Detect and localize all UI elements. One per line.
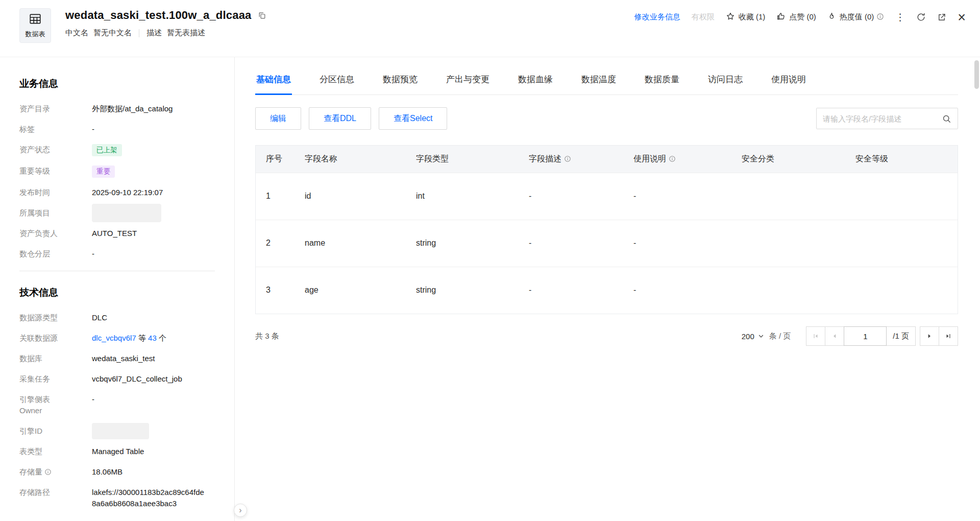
datasource-count-link[interactable]: 43 — [148, 334, 157, 342]
total-count: 共 3 条 — [255, 331, 279, 341]
star-icon — [726, 12, 735, 22]
header-actions: 修改业务信息 有权限 收藏 (1) 点赞 (0) 热度值 (0) ⋮ — [634, 7, 966, 22]
database-link[interactable]: wedata_saski_test — [92, 353, 155, 364]
copy-title-icon[interactable] — [258, 11, 266, 20]
edit-button[interactable]: 编辑 — [255, 107, 301, 130]
datasource-end-text: 个 — [159, 334, 166, 342]
field-storage-path: 存储路径 lakefs://300001183b2ac89c64fde8a6a6… — [19, 487, 215, 509]
field-warehouse-layer: 数仓分层 - — [19, 248, 215, 259]
flame-icon — [827, 12, 836, 22]
page-total-label: /1 页 — [887, 326, 916, 346]
table-header-row: 序号 字段名称 字段类型 字段描述 使用说明 安全分类 安全等级 — [256, 146, 958, 173]
refresh-icon[interactable] — [916, 12, 926, 22]
table-footer: 共 3 条 200 条 / 页 /1 页 — [255, 326, 958, 346]
favorite-label: 收藏 (1) — [739, 12, 766, 22]
col-usage-notes: 使用说明 — [623, 146, 731, 173]
vertical-scrollbar[interactable] — [974, 60, 979, 89]
main-content: 基础信息 分区信息 数据预览 产出与变更 数据血缘 数据温度 数据质量 访问日志… — [235, 57, 980, 521]
tab-partition-info[interactable]: 分区信息 — [318, 70, 355, 95]
page-body: 业务信息 资产目录 外部数据/at_da_catalog 标签 - 资产状态 已… — [0, 57, 980, 521]
field-tags: 标签 - — [19, 124, 215, 135]
importance-badge: 重要 — [92, 165, 115, 178]
prev-page-button[interactable] — [825, 326, 844, 346]
columns-table: 序号 字段名称 字段类型 字段描述 使用说明 安全分类 安全等级 1 id — [255, 145, 958, 314]
more-options-icon[interactable]: ⋮ — [895, 13, 905, 22]
like-button[interactable]: 点赞 (0) — [776, 12, 816, 22]
tab-data-lineage[interactable]: 数据血缘 — [517, 70, 554, 95]
tab-data-preview[interactable]: 数据预览 — [382, 70, 419, 95]
datasource-mid-text: 等 — [138, 334, 146, 342]
like-label: 点赞 (0) — [789, 12, 816, 22]
col-field-desc: 字段描述 — [519, 146, 623, 173]
subtitle-row: 中文名 暂无中文名 描述 暂无表描述 — [65, 28, 266, 38]
favorite-button[interactable]: 收藏 (1) — [726, 12, 766, 22]
subtitle-divider — [139, 29, 139, 37]
last-page-button[interactable] — [939, 326, 958, 346]
page-header: 数据表 wedata_saski_test.100w_a_dlcaaa 中文名 … — [0, 0, 980, 57]
table-row: 1 id int - - — [256, 173, 958, 220]
view-ddl-button[interactable]: 查看DDL — [309, 107, 371, 130]
page-size-select[interactable]: 200 — [742, 332, 764, 341]
table-detail-page: 数据表 wedata_saski_test.100w_a_dlcaaa 中文名 … — [0, 0, 980, 521]
sidebar-collapse-toggle[interactable]: › — [234, 504, 247, 517]
field-storage-size: 存储量 18.06MB — [19, 466, 215, 478]
field-asset-catalog: 资产目录 外部数据/at_da_catalog — [19, 103, 215, 114]
tab-data-temperature[interactable]: 数据温度 — [580, 70, 617, 95]
field-publish-time: 发布时间 2025-09-10 22:19:07 — [19, 187, 215, 198]
tab-access-log[interactable]: 访问日志 — [707, 70, 744, 95]
field-collect-task: 采集任务 vcbqv6l7_DLC_collect_job — [19, 373, 215, 385]
field-engine-owner: 引擎侧表 Owner - — [19, 394, 215, 416]
collect-task-link[interactable]: vcbqv6l7_DLC_collect_job — [92, 373, 182, 385]
edit-business-info-link[interactable]: 修改业务信息 — [634, 12, 680, 22]
field-search-input[interactable] — [823, 114, 938, 123]
permission-status: 有权限 — [692, 12, 715, 22]
cn-name-value: 暂无中文名 — [93, 28, 132, 38]
table-row: 2 name string - - — [256, 220, 958, 267]
close-icon[interactable]: × — [958, 12, 966, 22]
field-datasource-type: 数据源类型 DLC — [19, 312, 215, 323]
heat-stat: 热度值 (0) — [827, 12, 885, 22]
cn-name-label: 中文名 — [65, 28, 88, 38]
col-field-name: 字段名称 — [295, 146, 406, 173]
project-redacted-block — [92, 204, 161, 222]
sidebar-divider — [19, 271, 215, 271]
usage-notes-info-icon[interactable] — [669, 155, 676, 162]
table-row: 3 age string - - — [256, 267, 958, 314]
next-page-button[interactable] — [920, 326, 939, 346]
technical-info-title: 技术信息 — [19, 287, 215, 299]
tab-bar: 基础信息 分区信息 数据预览 产出与变更 数据血缘 数据温度 数据质量 访问日志… — [255, 70, 958, 95]
field-importance-level: 重要等级 重要 — [19, 165, 215, 178]
datasource-link[interactable]: dlc_vcbqv6l7 — [92, 334, 136, 342]
tab-basic-info[interactable]: 基础信息 — [255, 70, 292, 95]
field-project: 所属项目 — [19, 207, 215, 219]
field-search-box — [816, 108, 958, 129]
tab-usage-notes[interactable]: 使用说明 — [770, 70, 807, 95]
toolbar: 编辑 查看DDL 查看Select — [255, 107, 958, 130]
col-security-level: 安全等级 — [845, 146, 958, 173]
thumbs-up-icon — [776, 12, 786, 22]
col-security-category: 安全分类 — [731, 146, 845, 173]
page-title: wedata_saski_test.100w_a_dlcaaa — [65, 9, 252, 22]
view-select-button[interactable]: 查看Select — [379, 107, 447, 130]
table-icon — [29, 12, 42, 28]
field-engine-id: 引擎ID — [19, 425, 215, 437]
entity-type-label: 数据表 — [26, 30, 45, 39]
entity-type-box: 数据表 — [19, 8, 51, 43]
business-info-title: 业务信息 — [19, 78, 215, 90]
tab-data-quality[interactable]: 数据质量 — [644, 70, 680, 95]
field-desc-info-icon[interactable] — [564, 155, 571, 162]
open-in-new-icon[interactable] — [937, 13, 946, 22]
field-asset-status: 资产状态 已上架 — [19, 144, 215, 156]
heat-label: 热度值 (0) — [840, 12, 874, 22]
pagination: /1 页 — [806, 326, 958, 346]
search-icon[interactable] — [942, 114, 951, 124]
field-database: 数据库 wedata_saski_test — [19, 353, 215, 364]
storage-info-icon[interactable] — [44, 468, 52, 476]
first-page-button[interactable] — [806, 326, 825, 346]
page-input[interactable] — [844, 326, 887, 346]
heat-info-icon[interactable] — [876, 13, 884, 22]
tab-output-and-changes[interactable]: 产出与变更 — [445, 70, 491, 95]
title-area: wedata_saski_test.100w_a_dlcaaa 中文名 暂无中文… — [65, 7, 266, 38]
field-table-type: 表类型 Managed Table — [19, 446, 215, 457]
info-sidebar: 业务信息 资产目录 外部数据/at_da_catalog 标签 - 资产状态 已… — [0, 57, 235, 521]
